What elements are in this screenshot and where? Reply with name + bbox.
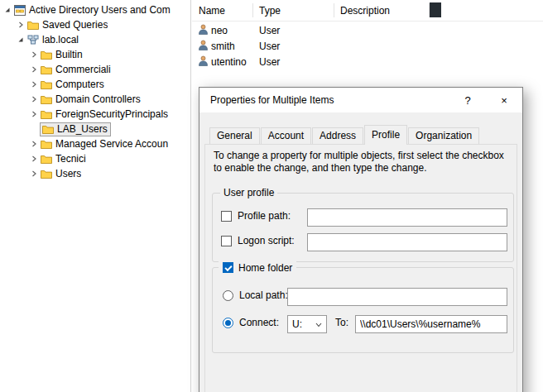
column-header-name[interactable]: Name [192, 5, 259, 17]
home-folder-label: Home folder [238, 262, 292, 274]
domain-icon [26, 35, 40, 45]
list-row-utentino[interactable]: utentino User [192, 54, 543, 69]
folder-icon [26, 21, 40, 30]
tree-item-label: Managed Service Accoun [53, 138, 168, 150]
list-cell-name: utentino [211, 56, 247, 68]
ou-folder-icon [40, 65, 53, 74]
list-header: Name Type Description [192, 0, 543, 22]
drive-letter-dropdown[interactable]: U: [287, 315, 327, 333]
properties-description: To change a property for multiple object… [214, 150, 507, 174]
chevron-collapsed-icon[interactable] [28, 170, 40, 177]
tree-item-computers[interactable]: Computers [0, 77, 190, 92]
tree-item-label: Commerciali [53, 64, 111, 75]
aduc-window: Active Directory Users and Com Saved Que… [0, 0, 543, 392]
chevron-collapsed-icon[interactable] [28, 96, 40, 103]
console-root-icon [13, 5, 26, 16]
console-tree: Active Directory Users and Com Saved Que… [0, 0, 191, 392]
local-path-label: Local path: [239, 289, 288, 302]
ou-folder-icon [40, 95, 53, 104]
tree-item-label: Saved Queries [40, 19, 108, 31]
tab-address[interactable]: Address [312, 127, 363, 144]
header-dark-artifact [430, 2, 441, 17]
chevron-expanded-icon[interactable] [2, 7, 13, 13]
list-row-smith[interactable]: smith User [192, 38, 543, 54]
column-header-description[interactable]: Description [340, 5, 543, 17]
profile-path-label: Profile path: [238, 210, 291, 222]
tab-general[interactable]: General [209, 127, 260, 144]
profile-path-input[interactable] [307, 208, 507, 227]
tree-item-builtin[interactable]: Builtin [0, 47, 190, 62]
close-button[interactable]: × [486, 88, 522, 112]
local-path-input[interactable] [287, 288, 507, 306]
list-cell-name: neo [211, 25, 228, 36]
profile-path-checkbox[interactable] [221, 211, 232, 222]
folder-icon [40, 50, 53, 60]
drive-letter-value: U: [292, 318, 302, 330]
dialog-titlebar[interactable]: Properties for Multiple Items ? × [199, 88, 522, 112]
tree-item-root[interactable]: Active Directory Users and Com [0, 2, 190, 17]
tab-organization[interactable]: Organization [408, 127, 479, 144]
ou-folder-icon [40, 155, 53, 164]
chevron-collapsed-icon[interactable] [28, 66, 40, 73]
chevron-collapsed-icon[interactable] [28, 141, 40, 147]
chevron-collapsed-icon[interactable] [28, 51, 40, 58]
list-cell-type: User [259, 41, 340, 52]
column-separator[interactable] [334, 3, 334, 17]
home-folder-checkbox[interactable] [223, 262, 233, 273]
list-cell-type: User [259, 25, 340, 36]
tree-item-label: Domain Controllers [53, 93, 141, 105]
tree-item-label: ForeignSecurityPrincipals [53, 108, 168, 120]
tree-item-label: Tecnici [53, 153, 86, 165]
column-separator[interactable] [252, 3, 253, 17]
folder-icon [40, 80, 53, 89]
tab-profile[interactable]: Profile [364, 125, 407, 145]
folder-icon [40, 140, 53, 149]
selected-tree-node[interactable]: LAB_Users [40, 122, 111, 136]
to-label: To: [335, 317, 348, 329]
tree-item-saved-queries[interactable]: Saved Queries [0, 17, 190, 32]
list-row-neo[interactable]: neo User [192, 22, 543, 38]
tree-item-foreignsecurityprincipals[interactable]: ForeignSecurityPrincipals [0, 107, 190, 122]
local-path-radio[interactable] [223, 290, 233, 301]
logon-script-checkbox[interactable] [221, 236, 232, 246]
tree-item-label: Active Directory Users and Com [26, 4, 171, 16]
user-icon [199, 55, 208, 69]
tab-account[interactable]: Account [261, 127, 311, 144]
chevron-collapsed-icon[interactable] [28, 81, 40, 88]
tree-item-tecnici[interactable]: Tecnici [0, 151, 190, 166]
chevron-collapsed-icon[interactable] [28, 155, 40, 162]
tree-item-lab-users[interactable]: LAB_Users [0, 122, 190, 136]
user-icon [199, 24, 208, 37]
tree-item-commerciali[interactable]: Commerciali [0, 62, 190, 77]
column-header-type[interactable]: Type [259, 5, 340, 17]
properties-dialog: Properties for Multiple Items ? × Genera… [199, 87, 523, 392]
home-folder-group: Home folder Local path: Connect: U: To: [212, 267, 514, 353]
tree-item-label: lab.local [40, 34, 79, 45]
user-profile-group-label: User profile [220, 187, 277, 199]
logon-script-input[interactable] [307, 233, 507, 251]
dropdown-chevron-icon [315, 318, 322, 330]
list-cell-type: User [259, 56, 340, 68]
connect-radio[interactable] [223, 318, 233, 328]
tree-item-label: LAB_Users [55, 123, 108, 135]
user-icon [199, 40, 208, 53]
profile-tab-panel: To change a property for multiple object… [204, 144, 517, 392]
folder-icon [40, 110, 53, 119]
tree-item-label: Builtin [53, 49, 83, 60]
tree-item-label: Users [53, 168, 81, 179]
help-button[interactable]: ? [449, 88, 486, 112]
folder-icon [40, 170, 53, 179]
home-folder-path-input[interactable] [355, 315, 507, 333]
chevron-collapsed-icon[interactable] [15, 22, 26, 28]
tree-item-domain-controllers[interactable]: Domain Controllers [0, 92, 190, 107]
tree-item-label: Computers [53, 79, 104, 90]
chevron-collapsed-icon[interactable] [28, 111, 40, 117]
tree-item-lab-local[interactable]: lab.local [0, 32, 190, 47]
tree-item-users[interactable]: Users [0, 166, 190, 181]
chevron-expanded-icon[interactable] [15, 36, 26, 43]
tab-strip: General Account Address Profile Organiza… [209, 125, 480, 145]
list-cell-name: smith [211, 41, 235, 52]
tree-item-managed-service-accounts[interactable]: Managed Service Accoun [0, 136, 190, 151]
home-folder-row[interactable]: Home folder [219, 261, 296, 275]
ou-folder-icon [41, 125, 55, 134]
